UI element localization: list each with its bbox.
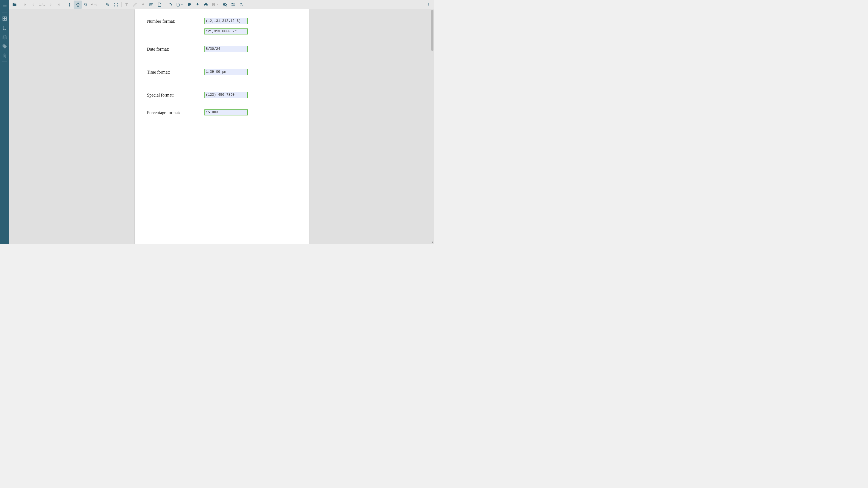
search-button[interactable] — [237, 1, 245, 9]
divider — [2, 62, 7, 62]
scroll-down-icon[interactable]: ▼ — [431, 241, 434, 243]
first-page-button[interactable] — [21, 1, 29, 9]
separator — [121, 2, 122, 7]
document-viewport[interactable]: Number format: (12,131,313.12 $) 121,313… — [9, 9, 434, 244]
form-label: Number format: — [147, 18, 205, 24]
separator — [165, 2, 165, 7]
toolbar: 1 / 1 ページ幅に合... — [9, 0, 434, 9]
divider — [2, 12, 7, 13]
separator — [20, 2, 20, 7]
panel-icon[interactable] — [0, 14, 9, 23]
layers-icon[interactable] — [0, 33, 9, 42]
blank-page-button[interactable] — [155, 1, 164, 9]
form-fields: 8/30/24 — [205, 46, 297, 56]
zoom-out-button[interactable] — [82, 1, 90, 9]
main-area: 1 / 1 ページ幅に合... — [9, 0, 434, 244]
page-menu-button[interactable] — [174, 1, 185, 9]
menu-icon[interactable] — [0, 2, 9, 11]
number-format-field-1[interactable]: (12,131,313.12 $) — [205, 18, 248, 24]
rotate-button[interactable] — [166, 1, 174, 9]
form-label: Date format: — [147, 46, 205, 52]
page-indicator[interactable]: 1 / 1 — [37, 3, 46, 6]
form-row-percentage: Percentage format: 15.00% — [147, 109, 297, 120]
form-label: Time format: — [147, 69, 205, 75]
sidebar — [0, 0, 9, 244]
form-fields: 1:39:00 pm — [205, 69, 297, 79]
form-row-date: Date format: 8/30/24 — [147, 46, 297, 56]
form-fields: 15.00% — [205, 109, 297, 120]
form-fields: (123) 456-7890 — [205, 92, 297, 102]
attachment-icon[interactable] — [0, 51, 9, 61]
scrollbar-vertical[interactable] — [431, 10, 433, 240]
zoom-mode-label[interactable]: ページ幅に合... — [90, 3, 104, 6]
more-button[interactable] — [425, 1, 433, 9]
svg-rect-3 — [231, 5, 235, 5]
time-format-field[interactable]: 1:39:00 pm — [205, 69, 248, 75]
text-select-button[interactable] — [65, 1, 73, 9]
print-button[interactable] — [202, 1, 210, 9]
bookmark-icon[interactable] — [0, 23, 9, 33]
last-page-button[interactable] — [55, 1, 63, 9]
draw-button[interactable] — [131, 1, 139, 9]
pan-tool-button[interactable] — [73, 1, 82, 9]
app-root: 1 / 1 ページ幅に合... — [0, 0, 434, 244]
form-row-time: Time format: 1:39:00 pm — [147, 69, 297, 79]
svg-rect-2 — [234, 3, 235, 4]
text-annotation-button[interactable] — [123, 1, 131, 9]
percentage-format-field[interactable]: 15.00% — [205, 109, 248, 116]
form-tools-button[interactable] — [229, 1, 237, 9]
download-button[interactable] — [193, 1, 202, 9]
open-file-button[interactable] — [10, 1, 19, 9]
form-label: Percentage format: — [147, 109, 205, 115]
special-format-field[interactable]: (123) 456-7890 — [205, 92, 248, 98]
save-button[interactable] — [210, 1, 221, 9]
form-button[interactable] — [147, 1, 155, 9]
form-label: Special format: — [147, 92, 205, 98]
separator — [64, 2, 64, 7]
zoom-in-button[interactable] — [104, 1, 112, 9]
number-format-field-2[interactable]: 121,313.0000 kr — [205, 28, 248, 34]
visibility-off-button[interactable] — [221, 1, 229, 9]
pdf-page: Number format: (12,131,313.12 $) 121,313… — [135, 9, 309, 244]
next-page-button[interactable] — [46, 1, 55, 9]
scrollbar-thumb[interactable] — [431, 10, 433, 51]
form-fields: (12,131,313.12 $) 121,313.0000 kr — [205, 18, 297, 39]
stamp-button[interactable] — [139, 1, 147, 9]
form-row-special: Special format: (123) 456-7890 — [147, 92, 297, 102]
palette-button[interactable] — [185, 1, 193, 9]
date-format-field[interactable]: 8/30/24 — [205, 46, 248, 52]
prev-page-button[interactable] — [29, 1, 37, 9]
form-row-number: Number format: (12,131,313.12 $) 121,313… — [147, 18, 297, 39]
svg-rect-1 — [231, 3, 233, 4]
tag-icon[interactable] — [0, 42, 9, 51]
fit-page-button[interactable] — [112, 1, 120, 9]
